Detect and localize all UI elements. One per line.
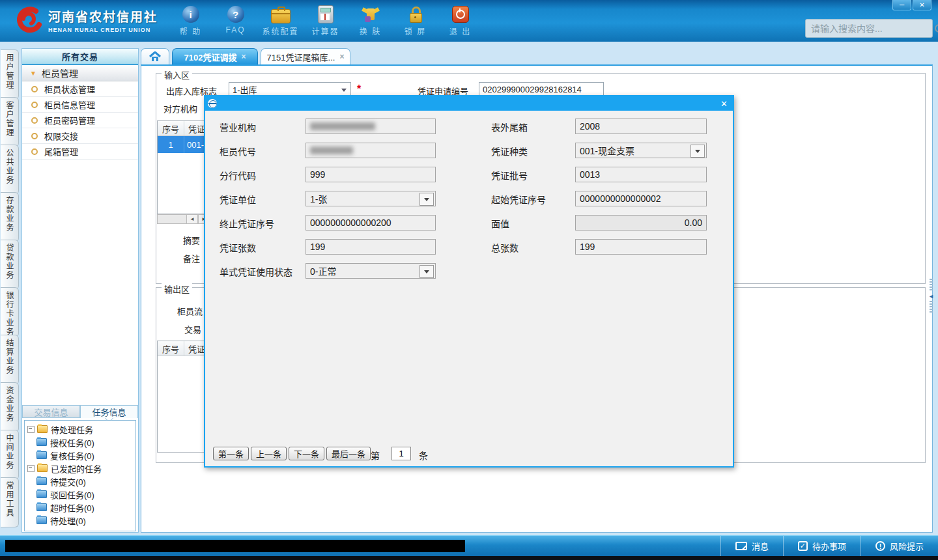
- sidebar-item-teller-status[interactable]: 柜员状态管理: [22, 81, 138, 97]
- collapse-expander-icon[interactable]: [27, 465, 35, 472]
- category-tab-customer-mgmt[interactable]: 客户管理: [1, 97, 19, 147]
- voucher-count-input[interactable]: 199: [306, 239, 436, 255]
- application-window: 河南省农村信用社 HENAN RURAL CREDIT UNION i 帮 助 …: [0, 0, 938, 560]
- tree-node-timeout[interactable]: 超时任务(0): [25, 501, 135, 514]
- category-tab-intermediate-biz[interactable]: 中间业务: [1, 430, 19, 480]
- redacted-value: [310, 147, 353, 154]
- branch-code-input[interactable]: 999: [306, 167, 436, 182]
- collapse-expander-icon[interactable]: [27, 426, 35, 433]
- dialog-titlebar[interactable]: ✕: [205, 96, 733, 111]
- folder-icon: [36, 516, 47, 524]
- chevron-down-icon[interactable]: [690, 145, 705, 158]
- tree-node-pending[interactable]: 待处理(0): [25, 514, 135, 527]
- next-record-button[interactable]: 下一条: [289, 447, 324, 460]
- single-voucher-status-select[interactable]: 0-正常: [306, 263, 436, 279]
- remark-label: 备注: [157, 252, 200, 264]
- folder-icon: [36, 503, 47, 511]
- tab-close-icon[interactable]: ×: [339, 52, 344, 61]
- close-button[interactable]: ✕: [913, 0, 931, 10]
- sidebar-header: 所有交易: [22, 49, 138, 65]
- tab-7151-voucher-cashbox[interactable]: 7151凭证尾箱库... ×: [261, 48, 350, 64]
- global-search: [805, 19, 933, 38]
- help-button[interactable]: i 帮 助: [168, 5, 213, 36]
- folder-icon: [37, 425, 48, 433]
- teller-code-input[interactable]: [306, 143, 436, 158]
- chevron-down-icon[interactable]: [419, 265, 434, 278]
- checkbox-icon: ✓: [798, 541, 808, 551]
- chevron-down-icon[interactable]: [419, 193, 434, 206]
- apply-no-input[interactable]: 020299900029928162814: [479, 82, 604, 96]
- total-count-input[interactable]: 199: [575, 239, 707, 255]
- sidebar-item-cashbox-mgmt[interactable]: 尾箱管理: [22, 144, 138, 160]
- chevron-down-icon: [341, 89, 347, 92]
- category-tab-settlement-biz[interactable]: 结算业务: [1, 335, 19, 385]
- todo-items-button[interactable]: ✓ 待办事项: [783, 536, 860, 556]
- app-header: 河南省农村信用社 HENAN RURAL CREDIT UNION i 帮 助 …: [0, 0, 938, 42]
- last-record-button[interactable]: 最后一条: [326, 447, 371, 460]
- tree-node-to-submit[interactable]: 待提交(0): [25, 475, 135, 488]
- voucher-batch-input[interactable]: 0013: [575, 167, 707, 182]
- faq-button[interactable]: ? FAQ: [213, 5, 258, 36]
- tab-task-info[interactable]: 任务信息: [80, 405, 138, 418]
- sidebar-item-teller-info[interactable]: 柜员信息管理: [22, 97, 138, 113]
- first-record-button[interactable]: 第一条: [213, 447, 249, 460]
- category-tab-bankcard-biz[interactable]: 银行卡业务: [1, 287, 19, 337]
- category-tab-funds-biz[interactable]: 资金业务: [1, 382, 19, 432]
- category-tab-loan-biz[interactable]: 贷款业务: [1, 240, 19, 290]
- tree-node-pending-tasks[interactable]: 待处理任务: [25, 423, 135, 436]
- tree-node-auth-tasks[interactable]: 授权任务(0): [25, 436, 135, 449]
- face-value-input[interactable]: 0.00: [575, 215, 707, 231]
- bullet-icon: [31, 102, 38, 108]
- tree-node-rejected[interactable]: 驳回任务(0): [25, 488, 135, 501]
- exclamation-icon: !: [875, 541, 885, 551]
- exit-label: 退 出: [449, 25, 471, 36]
- calculator-icon: [318, 5, 334, 23]
- offbalance-cashbox-input[interactable]: 2008: [575, 119, 707, 134]
- single-voucher-status-label: 单式凭证使用状态: [220, 265, 292, 278]
- sidebar-item-authority-handover[interactable]: 权限交接: [22, 128, 138, 144]
- tab-home[interactable]: [141, 48, 169, 64]
- category-tab-common-tools[interactable]: 常用工具: [1, 477, 19, 527]
- category-tab-public-biz[interactable]: 公共业务: [1, 145, 19, 195]
- end-voucher-no-input[interactable]: 0000000000000200: [306, 215, 436, 231]
- prev-record-button[interactable]: 上一条: [251, 447, 287, 460]
- teller-code-label: 柜员代号: [220, 145, 256, 158]
- tab-close-icon[interactable]: ×: [241, 52, 246, 61]
- messages-button[interactable]: 消息: [720, 536, 783, 556]
- record-number-input[interactable]: [391, 447, 411, 460]
- logo-subtitle: HENAN RURAL CREDIT UNION: [48, 27, 158, 33]
- status-actions: 消息 ✓ 待办事项 ! 风险提示: [720, 536, 938, 556]
- voucher-unit-select[interactable]: 1-张: [306, 191, 436, 206]
- tab-7102-voucher-transfer[interactable]: 7102凭证调拨 ×: [172, 48, 258, 64]
- inout-flag-select[interactable]: 1-出库: [229, 82, 351, 96]
- scroll-left-icon[interactable]: ◄: [186, 215, 198, 223]
- exit-button[interactable]: 退 出: [438, 5, 483, 36]
- change-skin-label: 换 肤: [360, 25, 381, 36]
- sidebar-collapse-handle[interactable]: ◄: [928, 279, 935, 316]
- voucher-type-select[interactable]: 001-现金支票: [575, 143, 707, 158]
- system-config-button[interactable]: 系统配置: [258, 5, 303, 36]
- search-input[interactable]: [806, 23, 934, 34]
- minimize-button[interactable]: ─: [892, 0, 911, 10]
- calculator-button[interactable]: 计算器: [303, 5, 348, 36]
- window-controls: ─ ✕: [891, 0, 931, 10]
- category-tab-user-mgmt[interactable]: 用户管理: [1, 49, 19, 100]
- task-tree: 待处理任务 授权任务(0) 复核任务(0) 已发起的任务 待提交(0): [24, 420, 136, 531]
- start-voucher-no-input[interactable]: 0000000000000002: [575, 191, 707, 206]
- sidebar-item-teller-password[interactable]: 柜员密码管理: [22, 113, 138, 128]
- risk-alert-button[interactable]: ! 风险提示: [860, 536, 938, 556]
- dialog-close-icon[interactable]: ✕: [720, 99, 728, 109]
- category-tab-deposit-biz[interactable]: 存款业务: [1, 192, 19, 242]
- tree-node-review-tasks[interactable]: 复核任务(0): [25, 449, 135, 462]
- folder-icon: [37, 464, 48, 472]
- system-config-label: 系统配置: [262, 25, 298, 36]
- sidebar-group-teller-mgmt[interactable]: ▼ 柜员管理: [22, 65, 138, 81]
- change-skin-button[interactable]: 换 肤: [348, 5, 393, 36]
- redacted-value: [310, 122, 375, 130]
- business-org-input[interactable]: [306, 119, 436, 134]
- tab-transaction-info[interactable]: 交易信息: [22, 405, 80, 418]
- tree-node-initiated-tasks[interactable]: 已发起的任务: [25, 462, 135, 475]
- globe-icon: [208, 99, 217, 108]
- voucher-unit-label: 凭证单位: [220, 193, 256, 206]
- lock-screen-button[interactable]: 锁 屏: [393, 5, 438, 36]
